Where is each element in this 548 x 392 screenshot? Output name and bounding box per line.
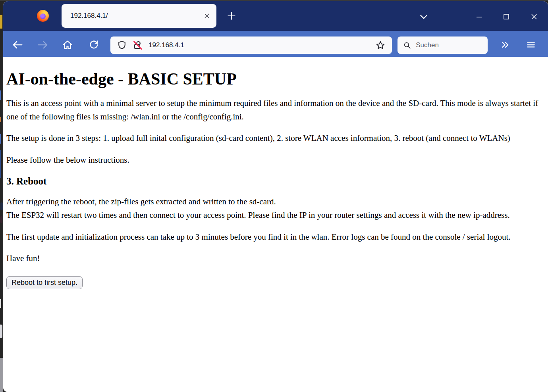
intro-paragraph-2: The setup is done in 3 steps: 1. upload … bbox=[6, 132, 545, 145]
forward-arrow-icon bbox=[37, 39, 49, 51]
back-arrow-icon bbox=[12, 39, 23, 51]
section-heading-reboot: 3. Reboot bbox=[6, 176, 545, 187]
minimize-button[interactable] bbox=[473, 11, 485, 23]
double-chevron-right-icon bbox=[500, 40, 510, 50]
desktop-fragment bbox=[0, 90, 1, 100]
tab-list-button[interactable] bbox=[418, 11, 430, 23]
desktop-fragment bbox=[0, 202, 3, 210]
back-button[interactable] bbox=[12, 39, 23, 51]
browser-titlebar: 192.168.4.1/ bbox=[3, 1, 548, 31]
reload-icon bbox=[88, 39, 99, 50]
menu-button[interactable] bbox=[525, 39, 537, 51]
intro-paragraph-1: This is an access point with a minimal s… bbox=[6, 97, 545, 123]
forward-button[interactable] bbox=[37, 39, 49, 51]
close-window-button[interactable] bbox=[528, 11, 540, 23]
home-icon bbox=[62, 39, 73, 50]
new-tab-button[interactable] bbox=[226, 10, 237, 22]
shield-icon[interactable] bbox=[117, 40, 127, 50]
tab-close-icon[interactable] bbox=[204, 13, 210, 19]
desktop-fragment bbox=[0, 358, 3, 392]
desktop-fragment bbox=[0, 216, 2, 223]
desktop-fragment bbox=[0, 325, 2, 338]
chevron-down-icon bbox=[419, 12, 429, 22]
maximize-icon bbox=[502, 12, 511, 21]
plus-icon bbox=[226, 11, 237, 21]
home-button[interactable] bbox=[62, 39, 73, 51]
desktop-fragment bbox=[0, 15, 2, 29]
reboot-button[interactable]: Reboot to first setup. bbox=[6, 276, 83, 289]
close-icon bbox=[529, 12, 539, 21]
bookmark-star-icon[interactable] bbox=[375, 40, 386, 50]
tab-title: 192.168.4.1/ bbox=[70, 12, 204, 20]
firefox-logo-icon bbox=[37, 10, 49, 22]
reload-button[interactable] bbox=[88, 39, 100, 51]
screen: { "browser": { "tab": { "title": "192.16… bbox=[0, 0, 548, 392]
reboot-paragraph-1: After triggering the reboot, the zip-fil… bbox=[6, 195, 545, 222]
browser-tab[interactable]: 192.168.4.1/ bbox=[62, 4, 216, 28]
reboot-paragraph-3: Have fun! bbox=[6, 252, 545, 265]
overflow-button[interactable] bbox=[499, 39, 511, 51]
url-bar[interactable]: 192.168.4.1 bbox=[110, 37, 392, 54]
insecure-lock-icon[interactable] bbox=[133, 40, 143, 50]
desktop-fragment bbox=[0, 134, 1, 144]
reboot-paragraph-2: The first update and initialization proc… bbox=[6, 231, 545, 244]
navigation-toolbar: 192.168.4.1 bbox=[3, 31, 548, 57]
reboot-paragraph-1-line2: The ESP32 will restart two times and the… bbox=[6, 210, 510, 220]
intro-paragraph-3: Please follow the below instructions. bbox=[6, 154, 545, 167]
search-box[interactable] bbox=[397, 37, 488, 54]
page-content: AI-on-the-edge - BASIC SETUP This is an … bbox=[3, 57, 548, 392]
search-input[interactable] bbox=[415, 41, 482, 50]
reboot-paragraph-1-line1: After triggering the reboot, the zip-fil… bbox=[6, 197, 276, 206]
hamburger-menu-icon bbox=[526, 40, 536, 50]
desktop-fragment bbox=[0, 117, 1, 122]
browser-window: 192.168.4.1/ bbox=[3, 1, 548, 392]
page-title: AI-on-the-edge - BASIC SETUP bbox=[6, 69, 545, 88]
search-icon bbox=[403, 40, 411, 50]
desktop-fragment bbox=[0, 299, 1, 308]
maximize-button[interactable] bbox=[500, 11, 512, 23]
minimize-icon bbox=[475, 12, 484, 21]
desktop-fragment bbox=[0, 150, 1, 178]
url-text[interactable]: 192.168.4.1 bbox=[149, 41, 375, 49]
